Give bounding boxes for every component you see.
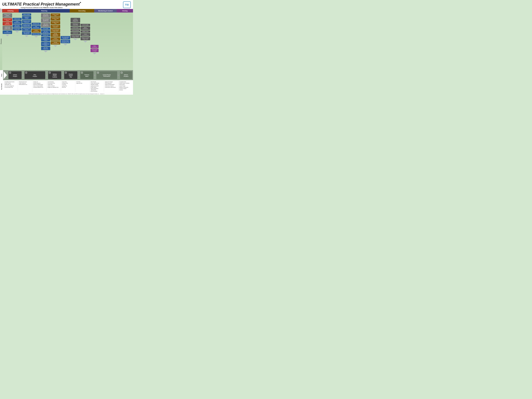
proc-monitor-control-work[interactable]: Monitor & Control Project Work <box>81 37 90 40</box>
footer: Ultimate Practical Project Management © … <box>0 93 133 95</box>
arrow-closing <box>93 53 96 54</box>
proc-manage-stakeholders[interactable]: Manage Stakeholders Engagement <box>51 32 60 37</box>
proc-control-cost[interactable]: Control Cost <box>71 32 80 34</box>
column-mc2: Control Quality Report Performance Valid… <box>81 13 90 69</box>
steps-start-arrow <box>3 70 7 80</box>
proc-develop-hr-plan[interactable]: Develop Human Resource Plan <box>22 24 31 27</box>
arrow-exec1 <box>53 45 57 47</box>
proc-close-procurement[interactable]: Close Procurement <box>91 45 99 48</box>
proc-plan-risk-mgmt[interactable]: Plan Risk Management <box>41 30 50 34</box>
proc-plan-scope-implied[interactable]: Plan Scope Management(Implied Process) <box>41 13 50 18</box>
proc-estimate-activity-duration[interactable]: Estimate Activity Duration <box>22 27 31 31</box>
kr-item: • Approved Plan <box>76 82 89 84</box>
kr-item: • Identified Changes <box>90 84 103 85</box>
proc-acquire-core-team[interactable]: Acquire Core Project Team(Implied Proces… <box>3 26 12 30</box>
proc-validate-scope[interactable]: Validate Scope <box>81 30 90 32</box>
footer-revision: Revision 5.1 <box>100 94 105 94</box>
proc-perform-qa[interactable]: Perform Quality Assurance <box>51 25 60 28</box>
kr-item: • Closed Vendor Contracts <box>119 82 132 84</box>
proc-conduct-procurements-plan[interactable]: Conduct Procurements <box>32 29 41 32</box>
proc-plan-quality[interactable]: Plan Quality <box>41 28 50 30</box>
column-exec1: Acquire Project Team Develop Project Tea… <box>51 13 60 69</box>
proc-close-project[interactable]: Close Project or Phase <box>91 49 99 52</box>
proc-plan-risk-responses[interactable]: Plan Risk Responses <box>41 47 50 50</box>
arrow-plan1 <box>15 31 19 32</box>
column-plan2: Define Activities Sequence Activities Es… <box>22 13 31 69</box>
process-groups-label: Process Groups <box>0 9 2 13</box>
proc-abc-analysis[interactable]: Perform A-B-C Analysis(Implied Process) <box>3 13 12 18</box>
kr-item: • Stakeholder List <box>4 84 17 85</box>
proc-conduct-procurements-exec[interactable]: Conduct Procurements <box>51 37 60 41</box>
proc-report-performance[interactable]: Report Performance <box>81 26 90 30</box>
proc-perform-qualitative-risk[interactable]: Perform Qualitative Risk Analysis <box>41 37 50 41</box>
kr-item: • Lessons Learned <box>119 88 132 89</box>
kr-col-1: • Feasibility Determination • Project Ch… <box>4 81 18 92</box>
kr-item: • Roles & Responsibilities <box>33 85 46 87</box>
arrow-plan2 <box>25 35 29 37</box>
header: ULTIMATE Practical Project Management* *… <box>0 0 133 9</box>
arrow-mc1 <box>73 39 77 40</box>
proc-estimate-activity-resources[interactable]: Estimate Activity Resources <box>22 20 31 23</box>
proc-develop-pm-plan[interactable]: Develop Project Management Plan <box>61 40 70 43</box>
proc-control-scope[interactable]: Control Scope <box>71 27 80 29</box>
steps-section: Steps ① Initiate Project ▶ ② Plan Projec… <box>0 70 133 80</box>
proc-plan-communications[interactable]: Plan Communications <box>3 31 12 34</box>
proc-plan-schedule-mgmt[interactable]: Plan Schedule Management <box>22 31 31 35</box>
proc-create-wbs[interactable]: Create WBS <box>13 28 22 30</box>
proc-direct-manage-work[interactable]: Direct and Manage Project Work <box>51 29 60 32</box>
proc-plan-procurements[interactable]: Plan Procurements <box>32 25 41 29</box>
proc-plan-scope-mgmt[interactable]: Plan Scope Management <box>13 24 22 28</box>
main-process-area: Processes Perform A-B-C Analysis(Implied… <box>0 13 133 70</box>
proc-perform-quantitative-risk[interactable]: Perform Quantitative Risk Analysis <box>41 42 50 46</box>
kr-item: • Activity List <box>33 81 46 82</box>
step-6-num: ⑥ <box>97 72 99 74</box>
kr-item: • Core Team Assignment <box>4 85 17 87</box>
kr-item: • Resource Requirements <box>33 84 46 85</box>
kr-item: • Requirements Docs <box>19 81 31 82</box>
proc-acquire-project-team[interactable]: Acquire Project Team <box>51 13 60 17</box>
proc-integrated-change-control[interactable]: Perform Integrated Change Control <box>71 35 80 38</box>
header-left: ULTIMATE Practical Project Management* *… <box>2 1 81 8</box>
arrow-init <box>6 35 9 36</box>
proc-identify-stakeholders[interactable]: Identify Stakeholders <box>3 22 12 25</box>
kr-item: • Cost Estimates <box>47 81 60 82</box>
proc-define-scope[interactable]: Define Scope <box>13 18 22 20</box>
proc-plan-schedule-implied[interactable]: Plan Schedule Management(Implied Process… <box>41 18 50 23</box>
proc-manage-communications[interactable]: Manage Communications <box>51 41 60 44</box>
column-plan3: Estimate Costs Plan Procurements Conduct… <box>32 13 41 69</box>
proc-control-communications[interactable]: Control Communications <box>81 33 90 36</box>
proc-control-schedule[interactable]: Control Schedule <box>71 29 80 32</box>
proc-monitoring-control-risk[interactable]: Monitoring & Control Risk <box>71 23 80 26</box>
step-3: ③ Validate Project Controls <box>48 71 61 79</box>
proc-define-activities[interactable]: Define Activities <box>22 13 31 16</box>
proc-identify-risk[interactable]: Identify Risk <box>41 34 50 36</box>
proc-control-quality[interactable]: Control Quality <box>81 24 90 26</box>
pg-initiating: Initiating <box>2 9 19 13</box>
proc-control-stakeholder[interactable]: Control Stakeholder Engagement <box>71 18 80 22</box>
proc-estimate-costs[interactable]: Estimate Costs <box>32 23 41 25</box>
arrow-mc2 <box>83 41 87 42</box>
kr-item: • Budget Doc (Baseline Doc) <box>47 87 60 88</box>
kr-item: • Feasibility Determination <box>4 81 17 82</box>
arrow-step-1-2: ▶ <box>22 74 24 76</box>
proc-determine-budget[interactable]: Determine Budget <box>32 33 41 35</box>
key-results-section: Key Results • Feasibility Determination … <box>0 80 133 93</box>
proc-sequence-activities[interactable]: Sequence Activities <box>22 16 31 19</box>
kr-item: • Performance Reports <box>105 85 117 87</box>
kr-item: • Issue Resolution <box>90 91 103 92</box>
step-2-title: Plan Project <box>33 74 37 77</box>
proc-plan-stakeholder-mgmt[interactable]: Plan Stakeholder Management <box>61 36 70 39</box>
pg-closing: Closing <box>117 9 133 13</box>
step-6-title: Control Project Performance <box>103 74 111 77</box>
kr-item: • Vendor Bids <box>47 84 60 85</box>
proc-develop-charter[interactable]: Develop Project Charter <box>3 18 12 21</box>
proc-manage-project-team[interactable]: Manage Project Team <box>51 21 60 24</box>
proc-plan-cost-implied[interactable]: Plan Cost Management(Implied Process) <box>41 23 50 27</box>
kr-columns: • Feasibility Determination • Project Ch… <box>3 81 133 92</box>
proc-develop-project-team[interactable]: Develop Project Team <box>51 17 60 20</box>
kr-item: • Vendor Contracts <box>47 85 60 87</box>
steps-boxes: ① Initiate Project ▶ ② Plan Project ▶ ③ … <box>7 70 133 80</box>
proc-collect-requirements[interactable]: Collect Requirements <box>13 20 22 24</box>
kr-col-2: • Requirements Docs • Scope Statement • … <box>18 81 32 92</box>
kr-item: • Schedule Plan <box>62 82 75 84</box>
